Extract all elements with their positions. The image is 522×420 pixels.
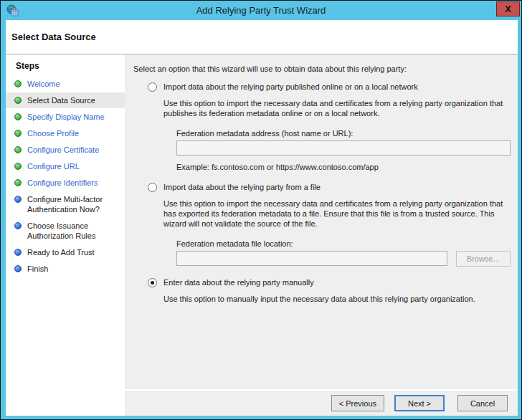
- step-item-specify-display-name[interactable]: Specify Display Name: [6, 109, 125, 125]
- step-label: Specify Display Name: [27, 112, 105, 122]
- wizard-window: Add Relying Party Trust Wizard X Select …: [0, 0, 522, 420]
- step-item-configure-url[interactable]: Configure URL: [6, 158, 125, 174]
- step-bullet-icon: [14, 249, 22, 256]
- content-panel: Select an option that this wizard will u…: [125, 54, 518, 389]
- option-import-online: Import data about the relying party publ…: [148, 82, 511, 171]
- steps-sidebar: Steps Welcome Select Data Source Specify…: [6, 54, 125, 416]
- option-description: Use this option to import the necessary …: [163, 98, 509, 118]
- step-bullet-icon: [14, 265, 22, 272]
- metadata-address-label: Federation metadata address (host name o…: [176, 129, 511, 138]
- radio-label[interactable]: Import data about the relying party publ…: [163, 82, 418, 91]
- cancel-button[interactable]: Cancel: [457, 395, 508, 411]
- next-button[interactable]: Next >: [394, 395, 445, 411]
- wizard-dialog: Select Data Source Steps Welcome Select …: [6, 20, 518, 416]
- step-label: Choose Profile: [27, 128, 79, 138]
- step-label: Select Data Source: [27, 95, 95, 105]
- footer-button-bar: < Previous Next > Cancel: [125, 391, 518, 416]
- step-label: Welcome: [27, 79, 60, 89]
- option-import-file: Import data about the relying party from…: [148, 183, 511, 267]
- wizard-body: Steps Welcome Select Data Source Specify…: [6, 54, 518, 416]
- step-item-configure-certificate[interactable]: Configure Certificate: [6, 142, 125, 158]
- step-bullet-icon: [14, 196, 22, 203]
- content-column: Select an option that this wizard will u…: [125, 54, 518, 416]
- step-label: Configure Certificate: [27, 145, 99, 155]
- step-label: Configure Multi-factor Authentication No…: [27, 194, 122, 214]
- step-bullet-icon: [14, 146, 22, 153]
- step-item-select-data-source: Select Data Source: [6, 92, 125, 108]
- step-item-ready-to-add-trust: Ready to Add Trust: [6, 244, 125, 260]
- step-bullet-icon: [14, 130, 22, 137]
- close-button[interactable]: X: [496, 1, 520, 16]
- radio-import-online[interactable]: [148, 82, 157, 92]
- radio-label[interactable]: Enter data about the relying party manua…: [163, 278, 314, 287]
- step-label: Configure URL: [27, 161, 80, 171]
- step-item-finish: Finish: [6, 261, 125, 277]
- page-title: Select Data Source: [6, 20, 518, 54]
- metadata-address-input: [176, 140, 511, 156]
- radio-label[interactable]: Import data about the relying party from…: [163, 183, 321, 191]
- window-title: Add Relying Party Trust Wizard: [1, 5, 521, 16]
- option-enter-manually: Enter data about the relying party manua…: [148, 278, 511, 304]
- option-description: Use this option to import the necessary …: [163, 199, 509, 229]
- radio-import-file[interactable]: [148, 183, 157, 192]
- step-item-configure-identifiers[interactable]: Configure Identifiers: [6, 175, 125, 191]
- browse-button: Browse...: [456, 251, 511, 267]
- metadata-address-example: Example: fs.contoso.com or https://www.c…: [176, 163, 511, 171]
- metadata-file-input: [176, 251, 447, 266]
- step-label: Choose Issuance Authorization Rules: [27, 221, 122, 241]
- steps-list: Welcome Select Data Source Specify Displ…: [6, 76, 125, 277]
- step-label: Ready to Add Trust: [27, 247, 95, 257]
- metadata-file-label: Federation metadata file location:: [176, 239, 511, 248]
- step-bullet-icon: [14, 179, 22, 186]
- previous-button[interactable]: < Previous: [331, 395, 384, 411]
- step-bullet-icon: [14, 80, 22, 87]
- step-item-choose-profile[interactable]: Choose Profile: [6, 125, 125, 141]
- step-item-welcome[interactable]: Welcome: [6, 76, 125, 92]
- step-item-configure-mfa: Configure Multi-factor Authentication No…: [6, 191, 125, 217]
- steps-header: Steps: [6, 58, 125, 76]
- intro-text: Select an option that this wizard will u…: [133, 65, 511, 73]
- step-bullet-icon: [14, 97, 22, 104]
- step-bullet-icon: [14, 113, 22, 120]
- step-item-choose-issuance-rules: Choose Issuance Authorization Rules: [6, 218, 125, 244]
- step-label: Configure Identifiers: [27, 178, 98, 188]
- step-bullet-icon: [14, 163, 22, 170]
- titlebar: Add Relying Party Trust Wizard X: [1, 1, 521, 20]
- step-bullet-icon: [14, 222, 22, 229]
- radio-enter-manually[interactable]: [148, 278, 157, 287]
- step-label: Finish: [27, 264, 48, 274]
- option-description: Use this option to manually input the ne…: [163, 294, 509, 304]
